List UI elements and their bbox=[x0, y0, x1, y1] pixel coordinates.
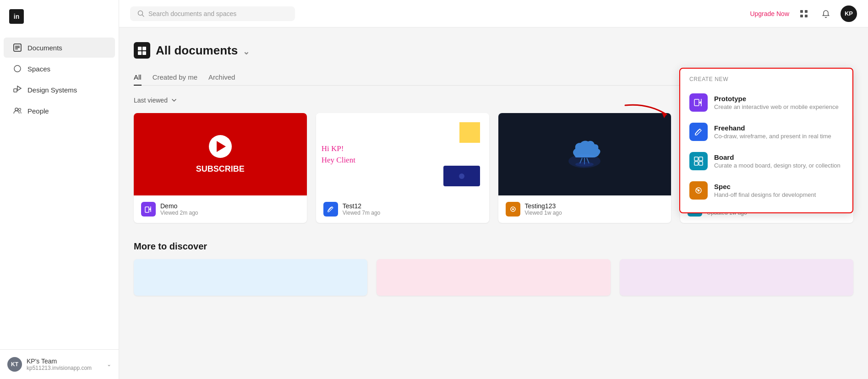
create-prototype-item[interactable]: Prototype Create an interactive web or m… bbox=[680, 88, 852, 117]
subscribe-text: SUBSCRIBE bbox=[196, 164, 245, 174]
create-prototype-desc: Create an interactive web or mobile expe… bbox=[714, 103, 839, 110]
user-avatar[interactable]: KP bbox=[841, 5, 857, 22]
svg-rect-17 bbox=[138, 51, 142, 55]
search-bar[interactable]: Search documents and spaces bbox=[130, 6, 295, 21]
svg-point-8 bbox=[19, 108, 21, 111]
svg-point-22 bbox=[459, 173, 464, 179]
discover-card-1[interactable] bbox=[134, 259, 367, 296]
create-freehand-desc: Co-draw, wireframe, and present in real … bbox=[714, 133, 831, 140]
card-meta-demo: Demo Viewed 2m ago bbox=[160, 202, 198, 216]
sidebar-footer[interactable]: KT KP's Team kp511213.invisionapp.com ⌄ bbox=[0, 349, 119, 379]
notifications-icon[interactable] bbox=[819, 6, 833, 21]
card-meta-testing123: Testing123 Viewed 1w ago bbox=[525, 202, 562, 216]
svg-rect-13 bbox=[800, 15, 803, 17]
header-actions: Upgrade Now KP bbox=[750, 5, 857, 22]
svg-point-7 bbox=[15, 108, 18, 111]
create-board-icon bbox=[689, 152, 708, 170]
logo-icon[interactable]: in bbox=[9, 9, 24, 24]
freehand-type-icon bbox=[323, 202, 338, 217]
svg-point-44 bbox=[696, 189, 698, 190]
card-thumbnail-test12: Hi KP!Hey Client bbox=[316, 113, 489, 195]
people-icon bbox=[13, 106, 22, 115]
doc-time-test12: Viewed 7m ago bbox=[343, 210, 381, 216]
sidebar-item-people-label: People bbox=[27, 107, 49, 115]
page-header: All documents ⌄ bbox=[134, 42, 853, 59]
svg-rect-40 bbox=[694, 162, 698, 165]
card-info-demo: Demo Viewed 2m ago bbox=[134, 195, 307, 223]
cloud-illustration bbox=[557, 136, 612, 173]
red-arrow-icon bbox=[621, 101, 676, 128]
svg-rect-11 bbox=[800, 10, 803, 13]
discover-card-3[interactable] bbox=[620, 259, 853, 296]
svg-line-10 bbox=[142, 15, 144, 16]
svg-rect-36 bbox=[694, 99, 699, 106]
create-board-text: Board Curate a mood board, design story,… bbox=[714, 153, 841, 169]
svg-marker-6 bbox=[17, 86, 21, 91]
svg-rect-41 bbox=[699, 162, 703, 165]
sidebar-item-design-systems[interactable]: Design Systems bbox=[4, 80, 115, 100]
title-chevron-icon: ⌄ bbox=[243, 47, 250, 56]
footer-team-email: kp511213.invisionapp.com bbox=[27, 365, 92, 371]
svg-rect-38 bbox=[694, 157, 698, 161]
filter-label: Last viewed bbox=[134, 97, 168, 104]
create-prototype-icon bbox=[689, 93, 708, 112]
document-card-test12[interactable]: Hi KP!Hey Client bbox=[316, 113, 489, 223]
create-new-title: Create new bbox=[680, 76, 852, 88]
svg-rect-14 bbox=[805, 15, 808, 17]
create-board-name: Board bbox=[714, 153, 841, 161]
card-thumbnail-demo: SUBSCRIBE bbox=[134, 113, 307, 195]
main-content: Search documents and spaces Upgrade Now … bbox=[119, 0, 868, 379]
doc-name-test12: Test12 bbox=[343, 202, 381, 210]
footer-team-name: KP's Team bbox=[27, 357, 92, 365]
discover-grid bbox=[134, 259, 853, 296]
sidebar-item-spaces-label: Spaces bbox=[27, 65, 50, 73]
sidebar-logo: in bbox=[0, 0, 119, 33]
discover-card-2[interactable] bbox=[377, 259, 610, 296]
document-card-testing123[interactable]: Testing123 Viewed 1w ago bbox=[498, 113, 671, 223]
footer-avatar: KT bbox=[7, 357, 22, 372]
document-card-demo[interactable]: SUBSCRIBE Demo Viewed 2m ago bbox=[134, 113, 307, 223]
card-info-test12: Test12 Viewed 7m ago bbox=[316, 195, 489, 223]
create-spec-name: Spec bbox=[714, 183, 816, 190]
sticky-note-icon bbox=[459, 122, 480, 143]
create-prototype-name: Prototype bbox=[714, 95, 839, 103]
spec-type-icon bbox=[506, 202, 520, 217]
sidebar-nav: Documents Spaces Design Systems bbox=[0, 33, 119, 349]
svg-point-4 bbox=[14, 65, 21, 72]
search-icon bbox=[137, 10, 145, 17]
apps-grid-icon[interactable] bbox=[797, 6, 811, 21]
create-freehand-name: Freehand bbox=[714, 124, 831, 132]
upgrade-now-button[interactable]: Upgrade Now bbox=[750, 10, 789, 17]
doc-name-demo: Demo bbox=[160, 202, 198, 210]
filter-chevron-icon bbox=[171, 97, 177, 103]
create-freehand-item[interactable]: Freehand Co-draw, wireframe, and present… bbox=[680, 117, 852, 146]
page-title: All documents ⌄ bbox=[156, 43, 250, 58]
play-triangle-icon bbox=[217, 141, 226, 152]
search-placeholder: Search documents and spaces bbox=[148, 10, 236, 17]
sidebar-item-documents[interactable]: Documents bbox=[4, 38, 115, 58]
create-board-desc: Curate a mood board, design story, or co… bbox=[714, 162, 841, 169]
create-spec-text: Spec Hand-off final designs for developm… bbox=[714, 183, 816, 198]
freehand-content: Hi KP!Hey Client bbox=[322, 143, 355, 166]
mini-image-icon bbox=[443, 166, 480, 186]
svg-point-43 bbox=[698, 190, 700, 192]
tab-all[interactable]: All bbox=[134, 70, 142, 86]
card-meta-test12: Test12 Viewed 7m ago bbox=[343, 202, 381, 216]
create-new-panel: Create new Prototype Create an interacti… bbox=[679, 68, 853, 213]
create-board-item[interactable]: Board Curate a mood board, design story,… bbox=[680, 146, 852, 176]
design-systems-icon bbox=[13, 85, 22, 94]
svg-rect-18 bbox=[142, 51, 146, 55]
create-freehand-text: Freehand Co-draw, wireframe, and present… bbox=[714, 124, 831, 140]
svg-rect-39 bbox=[699, 157, 703, 161]
arrow-annotation bbox=[621, 101, 676, 128]
create-prototype-text: Prototype Create an interactive web or m… bbox=[714, 95, 839, 110]
sidebar-item-spaces[interactable]: Spaces bbox=[4, 59, 115, 79]
create-spec-desc: Hand-off final designs for development bbox=[714, 191, 816, 198]
tab-created-by-me[interactable]: Created by me bbox=[153, 70, 197, 86]
sidebar-item-people[interactable]: People bbox=[4, 101, 115, 121]
create-spec-item[interactable]: Spec Hand-off final designs for developm… bbox=[680, 176, 852, 205]
svg-rect-12 bbox=[805, 10, 808, 13]
tab-archived[interactable]: Archived bbox=[208, 70, 235, 86]
spaces-icon bbox=[13, 64, 22, 73]
content-area: All documents ⌄ All Created by me Archiv… bbox=[119, 27, 868, 379]
